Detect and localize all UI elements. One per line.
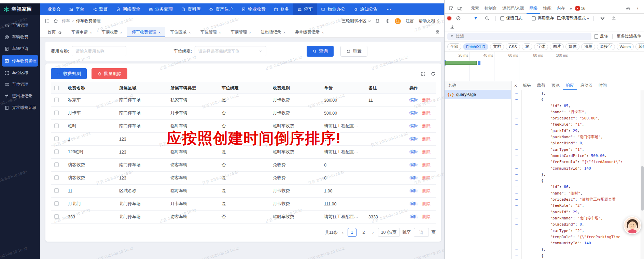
tab-进出场记录[interactable]: 进出场记录× — [256, 27, 290, 37]
collapse-sidebar-icon[interactable] — [45, 18, 50, 24]
user-name[interactable]: 江言 — [406, 18, 414, 24]
fold-marker[interactable]: – — [512, 96, 521, 102]
row-checkbox[interactable] — [54, 214, 59, 219]
help-doc-link[interactable]: 帮助文档《 — [419, 18, 439, 24]
filter-chip-图片[interactable]: 图片 — [550, 43, 564, 50]
batch-delete-button[interactable]: 批量删除 — [92, 68, 127, 79]
delete-link[interactable]: 删除 — [422, 214, 431, 219]
fold-marker[interactable]: – — [512, 103, 521, 109]
fold-marker[interactable]: – — [512, 165, 521, 171]
sidebar-item-fee[interactable]: 停车收费管理 — [2, 55, 38, 67]
close-tab-icon[interactable]: × — [249, 30, 251, 34]
filter-chip-Wasm[interactable]: Wasm — [617, 43, 634, 50]
fold-marker[interactable]: – — [512, 215, 521, 221]
fold-marker[interactable]: – — [512, 109, 521, 115]
delete-link[interactable]: 删除 — [422, 188, 431, 193]
row-checkbox[interactable] — [54, 188, 59, 193]
prev-page-button[interactable]: ‹ — [340, 230, 345, 235]
search-network-icon[interactable] — [483, 14, 491, 23]
user-avatar[interactable]: 江 — [395, 18, 401, 24]
fold-marker[interactable]: – — [512, 159, 521, 165]
close-tab-icon[interactable]: × — [90, 30, 92, 34]
nav-item-网络安全[interactable]: 网络安全 — [112, 3, 144, 15]
fold-marker[interactable]: – — [512, 140, 521, 146]
edit-link[interactable]: 编辑 — [409, 98, 418, 102]
next-page-button[interactable]: › — [371, 230, 375, 235]
reset-button[interactable]: 重置 — [340, 46, 367, 57]
tab-首页[interactable]: 首页 — [43, 27, 67, 37]
filter-chip-Fetch/XHR[interactable]: Fetch/XHR — [463, 43, 488, 50]
response-tab-预览[interactable]: 预览 — [548, 81, 563, 90]
nav-item-物业办公[interactable]: 物业办公 — [317, 3, 349, 15]
row-checkbox[interactable] — [54, 201, 59, 206]
filter-chip-文档[interactable]: 文档 — [490, 43, 504, 50]
sidebar-item-inout[interactable]: 进出场记录 — [0, 90, 40, 102]
sidebar-item-slots[interactable]: 车位管理 — [0, 79, 40, 90]
row-checkbox[interactable] — [54, 175, 59, 180]
tab-停车收费管理[interactable]: 停车收费管理× — [127, 27, 165, 37]
devtools-tab-网络[interactable]: 网络 — [527, 3, 540, 14]
bell-icon[interactable] — [375, 18, 380, 24]
fold-marker[interactable]: – — [512, 121, 521, 127]
error-badge[interactable]: × 16 — [575, 6, 585, 11]
tab-异常缴费记录[interactable]: 异常缴费记录× — [290, 27, 328, 37]
nav-item-资料库[interactable]: 资料库 — [177, 3, 205, 15]
network-overview-timeline[interactable]: 20 ms40 ms60 ms80 ms100 ms — [445, 52, 644, 81]
sidebar-item-area[interactable]: 车位区域 — [0, 67, 40, 78]
edit-link[interactable]: 编辑 — [409, 188, 418, 193]
scrollbar-thumb[interactable] — [641, 166, 644, 211]
delete-link[interactable]: 删除 — [422, 175, 431, 180]
sidebar-item-abnormal[interactable]: 异常缴费记录 — [0, 102, 40, 113]
edit-link[interactable]: 编辑 — [409, 214, 418, 219]
fold-marker[interactable]: – — [512, 90, 521, 96]
filter-chip-媒体[interactable]: 媒体 — [565, 43, 579, 50]
tab-车辆管理[interactable]: 车辆管理× — [226, 27, 256, 37]
fold-marker[interactable]: – — [512, 246, 521, 252]
filter-chip-套接字[interactable]: 套接字 — [597, 43, 615, 50]
response-tab-标头[interactable]: 标头 — [520, 81, 534, 90]
close-tab-icon[interactable]: × — [188, 30, 191, 34]
fold-marker[interactable]: – — [512, 171, 521, 177]
breadcrumb-root[interactable]: 停车 — [62, 18, 70, 23]
row-checkbox[interactable] — [54, 162, 59, 167]
record-icon[interactable] — [447, 16, 451, 20]
fold-marker[interactable]: – — [512, 253, 521, 259]
scrollbar[interactable] — [641, 90, 644, 259]
fold-gutter[interactable]: ––––––––––––––––––––––––––– — [512, 90, 522, 259]
response-tab-载荷[interactable]: 载荷 — [534, 81, 548, 90]
response-tab-响应[interactable]: 响应 — [563, 81, 577, 90]
delete-link[interactable]: 删除 — [422, 111, 431, 115]
response-tab-启动器[interactable]: 启动器 — [577, 81, 596, 90]
row-checkbox[interactable] — [54, 149, 59, 154]
devtools-tab-源代码/来源[interactable]: 源代码/来源 — [500, 3, 527, 14]
edit-link[interactable]: 编辑 — [409, 149, 418, 154]
close-tab-icon[interactable]: × — [120, 30, 122, 34]
fee-name-input[interactable] — [72, 46, 126, 56]
filter-chip-其他[interactable]: 其他 — [635, 43, 644, 50]
devtools-tab-元素[interactable]: 元素 — [468, 3, 482, 14]
nav-item-资产住户[interactable]: 资产住户 — [205, 3, 237, 15]
filter-chip-CSS[interactable]: CSS — [506, 43, 520, 50]
edit-link[interactable]: 编辑 — [409, 175, 418, 180]
add-fee-rule-button[interactable]: 收费规则 — [51, 68, 87, 79]
delete-link[interactable]: 删除 — [422, 149, 431, 154]
fold-marker[interactable]: – — [512, 146, 521, 153]
sidebar-item-coin[interactable]: 车辆收费 — [0, 31, 40, 43]
more-filters-button[interactable]: 更多过滤条件 — [617, 33, 641, 39]
fold-marker[interactable]: – — [512, 190, 521, 196]
fold-marker[interactable]: – — [512, 134, 521, 140]
fold-marker[interactable]: – — [512, 196, 521, 202]
nav-item-业务受理[interactable]: 业务受理 — [144, 3, 177, 15]
tab-车辆收费[interactable]: 车辆收费× — [97, 27, 127, 37]
fold-marker[interactable]: – — [512, 209, 521, 215]
tab-layout-icon[interactable] — [435, 29, 440, 35]
edit-link[interactable]: 编辑 — [409, 136, 418, 141]
network-conditions-icon[interactable] — [598, 14, 606, 23]
close-tab-icon[interactable]: × — [219, 30, 221, 34]
devtools-settings-icon[interactable] — [624, 4, 632, 13]
delete-link[interactable]: 删除 — [422, 124, 431, 128]
more-panels-icon[interactable]: » — [568, 6, 573, 11]
fullscreen-icon[interactable] — [421, 71, 426, 76]
jump-page-input[interactable] — [414, 228, 429, 237]
edit-link[interactable]: 编辑 — [409, 111, 418, 115]
